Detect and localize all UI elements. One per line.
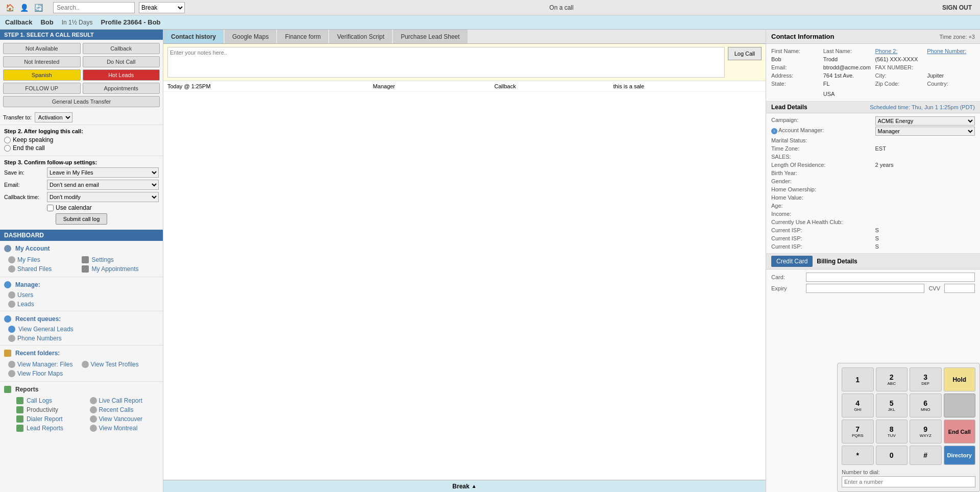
callback-time-row: Callback time: Don't modify bbox=[4, 192, 159, 202]
productivity-link[interactable]: Productivity bbox=[8, 405, 82, 414]
number-to-dial-input[interactable] bbox=[842, 476, 975, 487]
not-interested-btn[interactable]: Not Interested bbox=[3, 56, 81, 67]
appointments-btn[interactable]: Appointments bbox=[83, 83, 160, 94]
callback-btn[interactable]: Callback bbox=[83, 43, 160, 54]
view-floor-maps-link[interactable]: View Floor Maps bbox=[8, 369, 82, 378]
income-label: Income: bbox=[771, 210, 871, 217]
call-result-grid: Not Available Callback Not Interested Do… bbox=[0, 40, 163, 110]
dialpad-end-call[interactable]: End Call bbox=[944, 420, 976, 444]
spanish-btn[interactable]: Spanish bbox=[3, 69, 81, 81]
follow-up-btn[interactable]: FOLLOW UP bbox=[3, 83, 81, 94]
credit-card-button[interactable]: Credit Card bbox=[771, 256, 813, 267]
keep-speaking-radio[interactable] bbox=[4, 137, 11, 143]
dialpad-4[interactable]: 4GHI bbox=[842, 393, 874, 417]
step1-header: STEP 1. SELECT A CALL RESULT bbox=[0, 30, 163, 40]
dialpad-7[interactable]: 7PQRS bbox=[842, 420, 874, 444]
sales-value bbox=[875, 153, 975, 160]
account-manager-select[interactable]: Manager bbox=[875, 127, 975, 136]
cvv-input[interactable] bbox=[944, 284, 975, 293]
my-appointments-link[interactable]: My Appointments bbox=[82, 264, 155, 274]
break-select[interactable]: Break Lunch Meeting bbox=[139, 2, 185, 13]
left-panel: STEP 1. SELECT A CALL RESULT Not Availab… bbox=[0, 30, 163, 492]
keep-speaking-row: Keep speaking bbox=[4, 136, 159, 143]
phone-number-label[interactable]: Phone Number: bbox=[927, 48, 975, 54]
dialpad-directory[interactable]: Directory bbox=[944, 446, 976, 465]
view-vancouver-link[interactable]: View Vancouver bbox=[82, 414, 155, 424]
dialer-report-link[interactable]: Dialer Report bbox=[8, 414, 82, 424]
view-general-leads-link[interactable]: View General Leads bbox=[0, 325, 163, 334]
state-label: State: bbox=[771, 81, 819, 87]
step2-section: Step 2. After logging this call: Keep sp… bbox=[0, 125, 163, 156]
manage-section: Manage: Users Leads bbox=[0, 277, 163, 311]
sign-out-button[interactable]: SIGN OUT bbox=[938, 3, 976, 12]
dialpad-9[interactable]: 9WXYZ bbox=[910, 420, 942, 444]
save-in-select[interactable]: Leave in My Files bbox=[47, 167, 159, 178]
hot-leads-btn[interactable]: Hot Leads bbox=[83, 69, 160, 81]
shared-files-link[interactable]: Shared Files bbox=[8, 264, 82, 274]
current-isp-label-2: Current ISP: bbox=[771, 235, 871, 242]
tabs-row: Contact history Google Maps Finance form… bbox=[163, 30, 766, 44]
recent-queues-title: Recent queues: bbox=[0, 313, 163, 325]
log-call-button[interactable]: Log Call bbox=[728, 47, 762, 60]
transfer-select[interactable]: Activation Sales bbox=[35, 112, 72, 122]
dialpad-hold[interactable]: Hold bbox=[944, 367, 976, 391]
dialpad-star[interactable]: * bbox=[842, 446, 874, 465]
time-zone-label: Time Zone: bbox=[771, 145, 871, 152]
campaign-select[interactable]: ACME Energy bbox=[875, 116, 975, 126]
log-call-textarea[interactable] bbox=[167, 47, 725, 78]
live-call-report-link[interactable]: Live Call Report bbox=[82, 396, 155, 405]
my-files-link[interactable]: My Files bbox=[8, 255, 82, 264]
use-calendar-checkbox[interactable] bbox=[47, 205, 54, 211]
lead-reports-link[interactable]: Lead Reports bbox=[8, 424, 82, 433]
view-montreal-link[interactable]: View Montreal bbox=[82, 424, 155, 433]
live-call-icon bbox=[90, 397, 97, 404]
dialpad-0[interactable]: 0 bbox=[876, 446, 908, 465]
dialpad-8[interactable]: 8TUV bbox=[876, 420, 908, 444]
do-not-call-btn[interactable]: Do Not Call bbox=[83, 56, 160, 67]
history-user: Manager bbox=[369, 81, 491, 92]
tab-google-maps[interactable]: Google Maps bbox=[225, 30, 276, 43]
phone2-label[interactable]: Phone 2: bbox=[875, 48, 923, 54]
lead-reports-icon bbox=[16, 425, 23, 432]
tab-verification-script[interactable]: Verification Script bbox=[329, 30, 392, 43]
leads-link[interactable]: Leads bbox=[0, 300, 163, 309]
dialpad-2[interactable]: 2ABC bbox=[876, 367, 908, 391]
logo-icon-2: 👤 bbox=[18, 2, 30, 13]
billing-header: Credit Card Billing Details bbox=[766, 254, 980, 269]
tab-contact-history[interactable]: Contact history bbox=[163, 30, 224, 43]
view-manager-files-link[interactable]: View Manager: Files bbox=[8, 360, 82, 369]
email-select[interactable]: Don't send an email bbox=[47, 180, 159, 190]
my-account-title: My Account bbox=[0, 243, 163, 254]
phone-numbers-link[interactable]: Phone Numbers bbox=[0, 334, 163, 343]
tab-finance-form[interactable]: Finance form bbox=[277, 30, 328, 43]
end-call-radio[interactable] bbox=[4, 145, 11, 152]
dialpad-6[interactable]: 6MNO bbox=[910, 393, 942, 417]
call-logs-link[interactable]: Call Logs bbox=[8, 396, 82, 405]
last-name-label: Last Name: bbox=[823, 48, 871, 54]
length-of-residence-value: 2 years bbox=[875, 161, 975, 168]
birth-year-value bbox=[875, 169, 975, 177]
callback-time-select[interactable]: Don't modify bbox=[47, 192, 159, 202]
dialpad-grid: 1 2ABC 3DEF Hold 4GHI 5JKL 6MNO 7PQRS 8T… bbox=[842, 367, 975, 465]
dialpad-5[interactable]: 5JKL bbox=[876, 393, 908, 417]
tab-purchase-lead-sheet[interactable]: Purchase Lead Sheet bbox=[393, 30, 467, 43]
recent-folders-section: Recent folders: View Manager: Files View… bbox=[0, 346, 163, 382]
montreal-icon bbox=[90, 425, 97, 432]
break-bar-arrow-icon: ▲ bbox=[472, 483, 477, 489]
recent-calls-link[interactable]: Recent Calls bbox=[82, 405, 155, 414]
break-bar[interactable]: Break ▲ bbox=[163, 480, 766, 492]
dashboard-section: DASHBOARD My Account My Files Settings bbox=[0, 230, 163, 492]
dialpad-1[interactable]: 1 bbox=[842, 367, 874, 391]
phone-value bbox=[927, 56, 975, 62]
dialpad-3[interactable]: 3DEF bbox=[910, 367, 942, 391]
expiry-input[interactable] bbox=[806, 284, 924, 293]
dialpad-hash[interactable]: # bbox=[910, 446, 942, 465]
submit-log-button[interactable]: Submit call log bbox=[56, 213, 108, 225]
not-available-btn[interactable]: Not Available bbox=[3, 43, 81, 54]
search-input[interactable] bbox=[53, 2, 135, 13]
settings-link[interactable]: Settings bbox=[82, 255, 155, 264]
general-leads-transfer-btn[interactable]: General Leads Transfer bbox=[3, 96, 160, 107]
card-input[interactable] bbox=[806, 273, 975, 282]
users-link[interactable]: Users bbox=[0, 290, 163, 300]
view-test-profiles-link[interactable]: View Test Profiles bbox=[82, 360, 155, 369]
